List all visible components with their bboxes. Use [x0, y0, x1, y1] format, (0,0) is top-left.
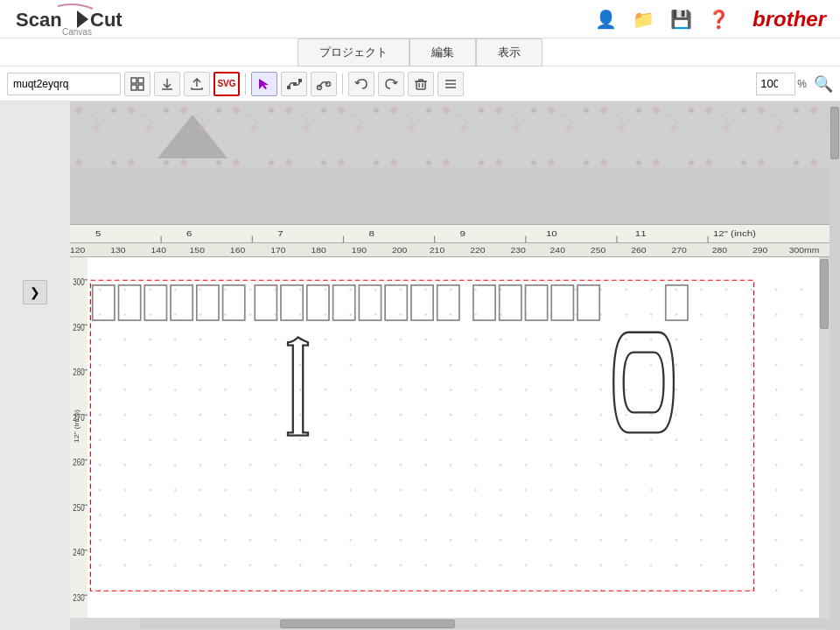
svg-text:220: 220 [470, 246, 485, 255]
drawing-area[interactable] [88, 257, 819, 618]
svg-text:240: 240 [550, 246, 565, 255]
ruler-v-svg: 300 290 280 270 260 250 240 230 [70, 257, 88, 618]
node-btn[interactable] [281, 72, 307, 96]
delete-btn[interactable] [408, 72, 434, 96]
svg-rect-11 [298, 79, 302, 82]
svg-text:200: 200 [392, 246, 407, 255]
menu-project[interactable]: プロジェクト [298, 38, 410, 66]
main-area: ❯ [0, 102, 840, 630]
svg-text:11: 11 [635, 229, 647, 238]
svg-text:9: 9 [460, 229, 466, 238]
undo-icon [354, 77, 368, 91]
svg-text:12" (inch): 12" (inch) [74, 410, 80, 444]
menu-view[interactable]: 表示 [476, 38, 542, 66]
svg-text:6: 6 [186, 229, 192, 238]
svg-text:150: 150 [190, 246, 205, 255]
svg-btn[interactable]: SVG [214, 72, 240, 96]
upload-icon [190, 77, 204, 91]
list-btn[interactable] [438, 72, 464, 96]
ruler-mm-svg: 120 130 140 150 160 170 180 190 200 210 … [70, 243, 830, 256]
svg-rect-6 [131, 85, 136, 90]
list-icon [444, 77, 458, 91]
select-btn[interactable] [251, 72, 277, 96]
gray-banner [70, 167, 830, 224]
zoom-input[interactable] [756, 73, 795, 95]
zoom-percent-label: % [797, 78, 807, 90]
svg-text:280: 280 [73, 368, 84, 377]
canvas-container[interactable]: 5 6 7 8 9 10 11 12" (inch) [70, 102, 830, 630]
separator-1 [245, 74, 246, 94]
page-scrollbar-vertical[interactable] [830, 102, 840, 630]
path-btn[interactable] [311, 72, 337, 96]
svg-text:270: 270 [671, 246, 686, 255]
folder-icon[interactable]: 📁 [633, 9, 654, 30]
expand-btn[interactable]: ❯ [23, 280, 47, 304]
bottom-scrollbar-area [70, 618, 830, 630]
top-decoration [70, 102, 830, 167]
svg-rect-9 [287, 86, 290, 89]
canvas-svg [88, 257, 819, 618]
svg-text:Canvas: Canvas [62, 27, 92, 37]
svg-text:250: 250 [73, 503, 84, 513]
svg-text:Cut: Cut [90, 9, 122, 31]
svg-text:280: 280 [712, 246, 727, 255]
scrollbar-h-thumb[interactable] [280, 620, 455, 628]
svg-text:190: 190 [352, 246, 367, 255]
help-icon[interactable]: ❓ [708, 9, 730, 30]
redo-icon [384, 77, 398, 91]
scancut-logo: Scan Cut Canvas [14, 2, 128, 37]
project-name-input[interactable] [7, 73, 121, 95]
header-icons: 👤 📁 💾 ❓ brother [595, 7, 826, 32]
svg-text:7: 7 [277, 229, 284, 238]
menu-edit[interactable]: 編集 [410, 38, 476, 66]
download-btn[interactable] [154, 72, 180, 96]
path-icon [316, 77, 332, 91]
svg-rect-4 [131, 78, 136, 83]
svg-text:8: 8 [368, 229, 374, 238]
svg-text:180: 180 [311, 246, 326, 255]
upload-btn[interactable] [184, 72, 210, 96]
svg-rect-5 [138, 78, 144, 83]
svg-text:Scan: Scan [16, 9, 62, 31]
undo-btn[interactable] [348, 72, 374, 96]
user-icon[interactable]: 👤 [595, 9, 617, 30]
toolbar: SVG [0, 66, 840, 102]
svg-text:10: 10 [546, 229, 557, 238]
svg-text:5: 5 [95, 229, 102, 238]
svg-text:300: 300 [73, 277, 84, 287]
svg-text:300mm: 300mm [789, 246, 820, 255]
ruler-h-svg: 5 6 7 8 9 10 11 12" (inch) [70, 225, 830, 242]
scrollbar-v-thumb[interactable] [820, 259, 829, 329]
svg-rect-24 [70, 102, 830, 167]
svg-marker-1 [77, 10, 88, 28]
scrollbar-vertical[interactable] [819, 257, 830, 618]
svg-text:250: 250 [591, 246, 606, 255]
svg-text:120: 120 [70, 246, 85, 255]
svg-text:12" (inch): 12" (inch) [713, 229, 756, 238]
svg-text:260: 260 [73, 458, 84, 467]
svg-text:210: 210 [430, 246, 444, 255]
separator-2 [342, 74, 343, 94]
svg-text:230: 230 [73, 593, 84, 603]
grid-icon [130, 77, 144, 91]
select-arrow-icon [257, 77, 271, 91]
svg-rect-7 [138, 85, 144, 90]
zoom-container: % 🔍 [756, 73, 833, 95]
header: Scan Cut Canvas 👤 📁 💾 ❓ brother [0, 0, 840, 38]
redo-btn[interactable] [378, 72, 404, 96]
menubar: プロジェクト 編集 表示 [0, 38, 840, 66]
deco-pattern-svg [70, 102, 830, 167]
svg-text:160: 160 [230, 246, 245, 255]
grid-btn[interactable] [124, 72, 150, 96]
ruler-horizontal-inch: 5 6 7 8 9 10 11 12" (inch) [70, 224, 830, 243]
svg-rect-81 [88, 277, 819, 598]
svg-rect-14 [416, 81, 425, 89]
save-icon[interactable]: 💾 [670, 9, 692, 30]
scrollbar-horizontal[interactable] [140, 619, 830, 629]
zoom-search-icon[interactable]: 🔍 [814, 74, 833, 94]
svg-label: SVG [217, 79, 235, 88]
page-scrollbar-thumb[interactable] [830, 107, 839, 159]
download-icon [160, 77, 174, 91]
svg-text:230: 230 [510, 246, 525, 255]
svg-text:260: 260 [631, 246, 646, 255]
